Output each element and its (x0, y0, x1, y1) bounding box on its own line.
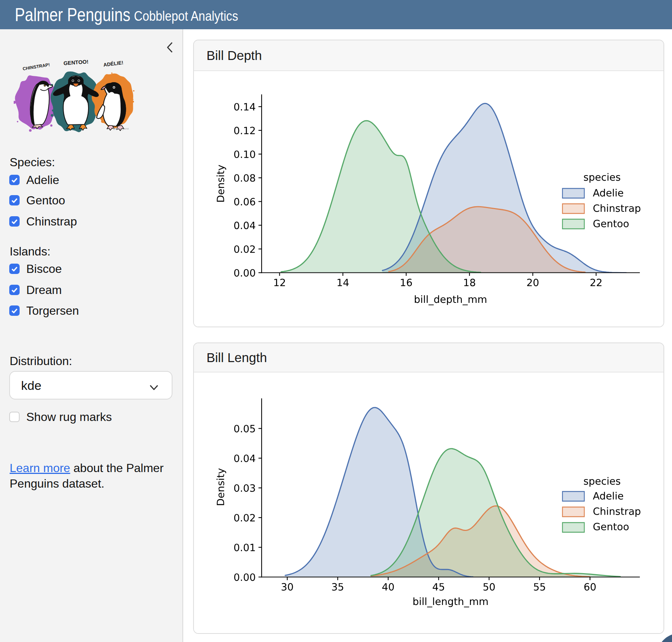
svg-text:ADÉLIE!: ADÉLIE! (103, 60, 124, 68)
svg-text:CHINSTRAP!: CHINSTRAP! (22, 62, 50, 71)
svg-text:GENTOO!: GENTOO! (63, 60, 88, 66)
svg-text:@allison_horst: @allison_horst (113, 127, 129, 130)
